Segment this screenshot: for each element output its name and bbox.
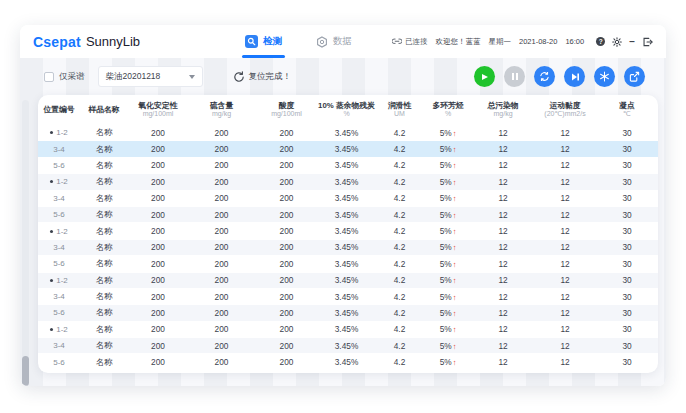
sample-select[interactable]: 柴油20201218 bbox=[98, 66, 203, 87]
help-icon[interactable]: ? bbox=[596, 37, 605, 46]
scrollbar-thumb[interactable] bbox=[22, 356, 29, 386]
cell-value: 4.2 bbox=[375, 357, 424, 367]
table-row[interactable]: 1-2名称2002002003.45%4.25%↑121230 bbox=[38, 322, 658, 338]
table-row[interactable]: 3-4名称2002002003.45%4.25%↑121230 bbox=[38, 240, 658, 256]
cell-value: 200 bbox=[255, 259, 318, 269]
cell-value: 12 bbox=[472, 210, 534, 220]
table-row[interactable]: 3-4名称2002002003.45%4.25%↑121230 bbox=[38, 141, 658, 157]
cell-value: 200 bbox=[188, 177, 255, 187]
cell-value: 200 bbox=[188, 341, 255, 351]
vertical-scrollbar[interactable] bbox=[22, 100, 29, 378]
header-cell: 10% 蒸余物残炭% bbox=[318, 102, 375, 119]
pause-button[interactable] bbox=[504, 66, 525, 87]
tab-detection[interactable]: 检测 bbox=[245, 25, 282, 58]
cell-value: 12 bbox=[534, 275, 596, 285]
play-button[interactable] bbox=[474, 66, 495, 87]
cell-value: 200 bbox=[255, 160, 318, 170]
table-row[interactable]: 3-4名称2002002003.45%4.25%↑121230 bbox=[38, 289, 658, 305]
results-table-card: 位置编号样品名称氧化安定性mg/100ml硫含量mg/kg酸度mg/100ml1… bbox=[38, 95, 658, 373]
cell-value: 12 bbox=[534, 177, 596, 187]
atomize-button[interactable] bbox=[594, 66, 615, 87]
cell-value: 3.45% bbox=[318, 324, 375, 334]
table-row[interactable]: 1-2名称2002002003.45%4.25%↑121230 bbox=[38, 273, 658, 289]
cell-value: 30 bbox=[596, 259, 658, 269]
cell-value: 200 bbox=[128, 144, 188, 154]
logout-icon[interactable] bbox=[642, 37, 653, 47]
cell-value: 200 bbox=[255, 292, 318, 302]
table-body: 1-2名称2002002003.45%4.25%↑1212303-4名称2002… bbox=[38, 125, 658, 371]
sync-button[interactable] bbox=[534, 66, 555, 87]
cell-position: 3-4 bbox=[38, 145, 80, 154]
alert-up-icon: ↑ bbox=[453, 260, 457, 269]
cell-value: 4.2 bbox=[375, 341, 424, 351]
cell-value: 5%↑ bbox=[424, 357, 472, 367]
cell-value: 3.45% bbox=[318, 242, 375, 252]
cell-value: 4.2 bbox=[375, 210, 424, 220]
skip-next-button[interactable] bbox=[564, 66, 585, 87]
cell-position: 5-6 bbox=[38, 358, 80, 367]
cell-value: 12 bbox=[472, 259, 534, 269]
cell-value: 12 bbox=[534, 242, 596, 252]
cell-value: 5%↑ bbox=[424, 324, 472, 334]
chevron-down-icon bbox=[189, 75, 195, 79]
table-row[interactable]: 5-6名称2002002003.45%4.25%↑121230 bbox=[38, 354, 658, 370]
connection-label: 已连接 bbox=[405, 37, 428, 47]
row-marker-icon bbox=[50, 279, 53, 282]
cell-position: 1-2 bbox=[38, 325, 80, 334]
table-row[interactable]: 5-6名称2002002003.45%4.25%↑121230 bbox=[38, 256, 658, 272]
reset-status-group[interactable]: 复位完成！ bbox=[233, 71, 292, 83]
tab-detection-label: 检测 bbox=[263, 35, 282, 48]
cell-value: 12 bbox=[472, 292, 534, 302]
cell-value: 5%↑ bbox=[424, 128, 472, 138]
cell-sample-name: 名称 bbox=[80, 193, 128, 204]
spectrum-only-checkbox[interactable] bbox=[44, 72, 54, 82]
cell-value: 30 bbox=[596, 226, 658, 236]
cell-value: 4.2 bbox=[375, 308, 424, 318]
cell-value: 200 bbox=[188, 259, 255, 269]
cell-value: 30 bbox=[596, 292, 658, 302]
cell-value: 3.45% bbox=[318, 275, 375, 285]
cell-sample-name: 名称 bbox=[80, 160, 128, 171]
cell-value: 12 bbox=[534, 193, 596, 203]
cell-value: 12 bbox=[472, 128, 534, 138]
cell-value: 200 bbox=[128, 177, 188, 187]
brand-logo: Csepat bbox=[33, 34, 81, 50]
cell-value: 200 bbox=[128, 324, 188, 334]
table-row[interactable]: 5-6名称2002002003.45%4.25%↑121230 bbox=[38, 158, 658, 174]
table-row[interactable]: 1-2名称2002002003.45%4.25%↑121230 bbox=[38, 174, 658, 190]
table-row[interactable]: 1-2名称2002002003.45%4.25%↑121230 bbox=[38, 223, 658, 239]
cell-value: 200 bbox=[188, 193, 255, 203]
table-row[interactable]: 1-2名称2002002003.45%4.25%↑121230 bbox=[38, 125, 658, 141]
export-button[interactable] bbox=[624, 66, 645, 87]
cell-value: 30 bbox=[596, 177, 658, 187]
spectrum-only-label: 仅采谱 bbox=[59, 71, 85, 83]
cell-sample-name: 名称 bbox=[80, 209, 128, 220]
cell-value: 30 bbox=[596, 324, 658, 334]
cell-value: 4.2 bbox=[375, 275, 424, 285]
gear-icon[interactable] bbox=[612, 37, 622, 47]
cell-position: 1-2 bbox=[38, 177, 80, 186]
cell-value: 12 bbox=[534, 210, 596, 220]
table-row[interactable]: 5-6名称2002002003.45%4.25%↑121230 bbox=[38, 305, 658, 321]
cell-position: 1-2 bbox=[38, 276, 80, 285]
cell-value: 4.2 bbox=[375, 242, 424, 252]
cell-value: 200 bbox=[255, 210, 318, 220]
cell-sample-name: 名称 bbox=[80, 242, 128, 253]
table-row[interactable]: 3-4名称2002002003.45%4.25%↑121230 bbox=[38, 191, 658, 207]
table-row[interactable]: 5-6名称2002002003.45%4.25%↑121230 bbox=[38, 207, 658, 223]
cell-sample-name: 名称 bbox=[80, 357, 128, 368]
cell-value: 4.2 bbox=[375, 324, 424, 334]
cell-value: 12 bbox=[472, 177, 534, 187]
tab-data[interactable]: 数据 bbox=[316, 25, 352, 58]
alert-up-icon: ↑ bbox=[453, 145, 457, 154]
minimize-icon[interactable]: − bbox=[629, 37, 635, 47]
cell-value: 3.45% bbox=[318, 341, 375, 351]
table-row[interactable]: 3-4名称2002002003.45%4.25%↑121230 bbox=[38, 338, 658, 354]
cell-position: 5-6 bbox=[38, 308, 80, 317]
cell-value: 5%↑ bbox=[424, 275, 472, 285]
cell-value: 200 bbox=[128, 275, 188, 285]
cell-value: 30 bbox=[596, 341, 658, 351]
cell-value: 3.45% bbox=[318, 177, 375, 187]
sample-select-value: 柴油20201218 bbox=[106, 71, 161, 83]
link-icon bbox=[392, 37, 402, 46]
